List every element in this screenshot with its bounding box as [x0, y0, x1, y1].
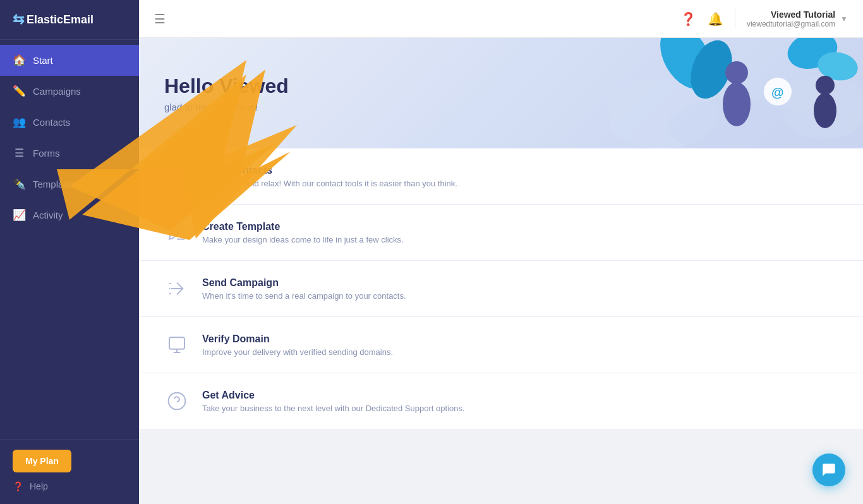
- sidebar-item-forms[interactable]: ☰ Forms: [0, 138, 139, 169]
- help-item[interactable]: ❓ Help: [13, 481, 126, 491]
- hero-subtitle: glad to have you here!: [164, 102, 289, 112]
- upload-icon: [164, 164, 190, 189]
- hero-illustration: @: [610, 38, 863, 148]
- step-description: Take your business to the next level wit…: [202, 404, 465, 413]
- topbar-left: ☰: [154, 11, 166, 27]
- question-icon: [164, 388, 190, 414]
- topbar-divider: [735, 9, 735, 28]
- step-content: Load Contacts Load, grow and relax! With…: [202, 165, 457, 188]
- hero-banner: Hello Viewed glad to have you here!: [139, 38, 863, 148]
- sidebar: ⇆ ElasticEmail 🏠 Start ✏️ Campaigns 👥 Co…: [0, 0, 139, 504]
- templates-icon: ✒️: [13, 177, 25, 191]
- sidebar-item-label: Templates: [33, 179, 76, 189]
- sidebar-item-activity[interactable]: 📈 Activity: [0, 200, 139, 231]
- forms-icon: ☰: [13, 147, 25, 160]
- bell-icon[interactable]: 🔔: [708, 11, 723, 27]
- help-circle-icon[interactable]: ❓: [680, 11, 696, 27]
- my-plan-button[interactable]: My Plan: [13, 450, 71, 472]
- user-label: Viewed Tutorial viewedtutorial@gmail.com: [747, 9, 835, 28]
- svg-text:@: @: [771, 85, 784, 99]
- step-content: Verify Domain Improve your delivery with…: [202, 333, 393, 357]
- step-description: When it's time to send a real campaign t…: [202, 291, 406, 301]
- svg-point-12: [814, 93, 836, 128]
- wand-icon: [164, 276, 190, 301]
- svg-point-21: [169, 393, 186, 410]
- user-email: viewedtutorial@gmail.com: [747, 20, 835, 28]
- step-title: Load Contacts: [202, 165, 457, 176]
- step-title: Create Template: [202, 221, 404, 232]
- topbar-right: ❓ 🔔 Viewed Tutorial viewedtutorial@gmail…: [680, 9, 848, 28]
- step-create-template[interactable]: Create Template Make your design ideas c…: [139, 205, 863, 261]
- sidebar-item-contacts[interactable]: 👥 Contacts: [0, 107, 139, 138]
- step-get-advice[interactable]: Get Advice Take your business to the nex…: [139, 373, 863, 429]
- home-icon: 🏠: [13, 54, 25, 67]
- sidebar-bottom: My Plan ❓ Help: [0, 439, 139, 504]
- step-title: Send Campaign: [202, 277, 406, 289]
- steps-container: Load Contacts Load, grow and relax! With…: [139, 148, 863, 429]
- hamburger-icon[interactable]: ☰: [154, 11, 166, 27]
- user-info[interactable]: Viewed Tutorial viewedtutorial@gmail.com…: [747, 9, 848, 28]
- sidebar-item-label: Forms: [33, 148, 60, 159]
- sidebar-item-label: Contacts: [33, 117, 70, 128]
- step-content: Get Advice Take your business to the nex…: [202, 390, 465, 413]
- app-logo: ⇆ ElasticEmail: [0, 0, 139, 40]
- svg-point-11: [816, 76, 835, 95]
- user-name: Viewed Tutorial: [747, 9, 835, 20]
- step-load-contacts[interactable]: Load Contacts Load, grow and relax! With…: [139, 148, 863, 205]
- step-title: Verify Domain: [202, 333, 393, 345]
- svg-rect-18: [169, 337, 184, 349]
- help-icon: ❓: [13, 481, 23, 491]
- help-label: Help: [30, 481, 48, 491]
- sidebar-item-templates[interactable]: ✒️ Templates: [0, 169, 139, 200]
- hero-greeting: Hello Viewed: [164, 75, 289, 98]
- svg-point-8: [723, 82, 751, 126]
- step-description: Improve your delivery with verified send…: [202, 347, 393, 357]
- step-send-campaign[interactable]: Send Campaign When it's time to send a r…: [139, 261, 863, 317]
- sidebar-nav: 🏠 Start ✏️ Campaigns 👥 Contacts ☰ Forms …: [0, 40, 139, 439]
- svg-point-7: [725, 61, 748, 84]
- logo-icon: ⇆: [13, 11, 24, 28]
- step-content: Create Template Make your design ideas c…: [202, 221, 404, 244]
- sidebar-item-campaigns[interactable]: ✏️ Campaigns: [0, 76, 139, 107]
- step-verify-domain[interactable]: Verify Domain Improve your delivery with…: [139, 317, 863, 373]
- sidebar-item-label: Start: [33, 55, 53, 66]
- contacts-icon: 👥: [13, 116, 25, 129]
- dropdown-arrow-icon: ▼: [840, 15, 848, 23]
- step-content: Send Campaign When it's time to send a r…: [202, 277, 406, 301]
- topbar: ☰ ❓ 🔔 Viewed Tutorial viewedtutorial@gma…: [139, 0, 863, 38]
- app-name: ElasticEmail: [27, 13, 94, 27]
- step-title: Get Advice: [202, 390, 465, 401]
- chat-button[interactable]: [812, 453, 845, 486]
- hero-text: Hello Viewed glad to have you here!: [164, 75, 289, 112]
- sidebar-item-label: Campaigns: [33, 86, 81, 97]
- content-area: Hello Viewed glad to have you here!: [139, 38, 863, 504]
- sidebar-item-label: Activity: [33, 210, 63, 220]
- activity-icon: 📈: [13, 208, 25, 222]
- step-description: Make your design ideas come to life in j…: [202, 235, 404, 244]
- sidebar-item-start[interactable]: 🏠 Start: [0, 45, 139, 76]
- domain-icon: [164, 332, 190, 357]
- main-content: ☰ ❓ 🔔 Viewed Tutorial viewedtutorial@gma…: [139, 0, 863, 504]
- brush-icon: [164, 220, 190, 245]
- campaigns-icon: ✏️: [13, 85, 25, 98]
- step-description: Load, grow and relax! With our contact t…: [202, 179, 457, 188]
